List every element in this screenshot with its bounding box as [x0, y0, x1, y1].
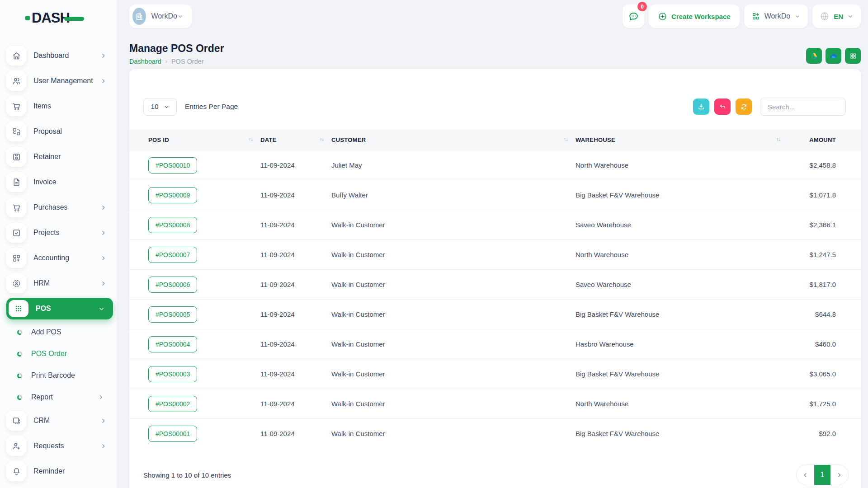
- date-cell: 11-09-2024: [260, 221, 331, 229]
- sidebar-subitem-print-barcode[interactable]: Print Barcode: [0, 365, 117, 386]
- date-cell: 11-09-2024: [260, 191, 331, 199]
- messages-button[interactable]: 0: [623, 5, 644, 28]
- previous-page-button[interactable]: [797, 465, 814, 485]
- chevron-right-icon: ›: [165, 58, 167, 65]
- reset-button[interactable]: [714, 99, 731, 115]
- column-header-warehouse[interactable]: WAREHOUSE: [576, 136, 788, 143]
- home-icon: [6, 46, 26, 66]
- sidebar-item-crm[interactable]: CRM: [0, 408, 117, 433]
- sidebar-item-label: User Management: [33, 77, 100, 85]
- sidebar-subitem-pos-order[interactable]: POS Order: [0, 343, 117, 365]
- column-header-amount[interactable]: AMOUNT: [788, 136, 836, 143]
- column-header-pos-id[interactable]: POS ID: [148, 136, 260, 143]
- chevron-down-icon: [164, 104, 170, 110]
- column-header-date[interactable]: DATE: [260, 136, 331, 143]
- google-drive-button[interactable]: [806, 48, 822, 64]
- building-icon: [132, 8, 146, 25]
- entries-per-page-select[interactable]: 10: [143, 98, 177, 116]
- sidebar-item-user-management[interactable]: User Management: [0, 68, 117, 94]
- submenu-dot-icon: [17, 352, 22, 357]
- table-header-row: POS ID DATE CUSTOMER WAREHOUSE AMOUNT: [129, 129, 861, 150]
- sidebar-item-hrm[interactable]: HRM: [0, 271, 117, 296]
- sidebar-item-accounting[interactable]: Accounting: [0, 245, 117, 271]
- sidebar-item-proposal[interactable]: Proposal: [0, 119, 117, 144]
- warehouse-cell: North Warehouse: [576, 400, 788, 408]
- sidebar-item-dashboard[interactable]: Dashboard: [0, 43, 117, 68]
- table-row: #POS00004 11-09-2024 Walk-in Customer Ha…: [129, 329, 861, 359]
- page-header: Manage POS Order Dashboard › POS Order: [129, 42, 861, 65]
- logo-dash-accent: [64, 17, 84, 21]
- sidebar-item-reminder[interactable]: Reminder: [0, 459, 117, 484]
- submenu-label: Add POS: [31, 328, 104, 336]
- chevron-right-icon: [100, 78, 107, 84]
- submenu-dot-icon: [17, 373, 22, 378]
- sidebar-item-requests[interactable]: Requests: [0, 433, 117, 459]
- pos-id-button[interactable]: #POS00004: [148, 336, 197, 352]
- sidebar-item-invoice[interactable]: Invoice: [0, 169, 117, 195]
- date-cell: 11-09-2024: [260, 400, 331, 408]
- search-input[interactable]: [760, 98, 846, 116]
- next-page-button[interactable]: [830, 465, 848, 485]
- users-icon: [6, 71, 26, 91]
- chevron-down-icon: [177, 13, 184, 19]
- hrm-icon: [6, 273, 26, 293]
- pos-order-table: POS ID DATE CUSTOMER WAREHOUSE AMOUNT: [129, 129, 861, 448]
- dots-grid-icon: [9, 300, 28, 317]
- amount-cell: $644.8: [788, 310, 836, 318]
- chevron-right-icon: [100, 52, 107, 59]
- warehouse-cell: Big Basket F&V Warehouse: [576, 191, 788, 199]
- amount-cell: $460.0: [788, 340, 836, 348]
- sidebar-subitem-add-pos[interactable]: Add POS: [0, 321, 117, 343]
- reload-button[interactable]: [736, 99, 752, 115]
- pos-id-button[interactable]: #POS00006: [148, 277, 197, 293]
- onedrive-button[interactable]: [826, 48, 841, 64]
- column-header-customer[interactable]: CUSTOMER: [331, 136, 576, 143]
- pos-id-button[interactable]: #POS00007: [148, 247, 197, 263]
- notification-badge: 0: [637, 2, 647, 11]
- current-page-button[interactable]: 1: [814, 465, 830, 485]
- sort-icon: [248, 136, 254, 143]
- sidebar-item-projects[interactable]: Projects: [0, 220, 117, 245]
- grid-view-button[interactable]: [845, 48, 861, 64]
- chevron-right-icon: [100, 230, 107, 236]
- download-icon: [697, 103, 705, 111]
- sidebar: DASH Dashboard User Management Items Pro…: [0, 0, 117, 488]
- check-square-icon: [6, 223, 26, 243]
- pos-id-button[interactable]: #POS00003: [148, 366, 197, 382]
- table-controls: 10 Entries Per Page: [129, 69, 861, 116]
- sidebar-item-retainer[interactable]: Retainer: [0, 144, 117, 169]
- create-workspace-button[interactable]: Create Workspace: [649, 5, 740, 28]
- warehouse-cell: Saveo Warehouse: [576, 281, 788, 288]
- pos-id-button[interactable]: #POS00005: [148, 306, 197, 323]
- pos-id-button[interactable]: #POS00009: [148, 187, 197, 203]
- sort-icon: [563, 136, 569, 143]
- brand-logo[interactable]: DASH: [25, 8, 84, 28]
- pos-id-button[interactable]: #POS00010: [148, 157, 197, 174]
- warehouse-cell: Big Basket F&V Warehouse: [576, 370, 788, 378]
- sidebar-item-label: Projects: [33, 229, 100, 237]
- breadcrumb-dashboard-link[interactable]: Dashboard: [129, 58, 161, 65]
- customer-cell: Walk-in Customer: [331, 310, 576, 318]
- sidebar-subitem-report[interactable]: Report: [0, 386, 117, 408]
- workdo-menu-button[interactable]: WorkDo: [744, 5, 808, 28]
- warehouse-cell: Big Basket F&V Warehouse: [576, 430, 788, 437]
- sidebar-item-purchases[interactable]: Purchases: [0, 195, 117, 220]
- retainer-icon: [6, 147, 26, 167]
- export-button[interactable]: [693, 99, 709, 115]
- sidebar-item-pos-active[interactable]: POS: [0, 296, 117, 321]
- date-cell: 11-09-2024: [260, 251, 331, 258]
- customer-cell: Juliet May: [331, 161, 576, 169]
- plus-circle-icon: [658, 12, 667, 21]
- sort-icon: [775, 136, 782, 143]
- pos-id-button[interactable]: #POS00002: [148, 396, 197, 412]
- sidebar-item-items[interactable]: Items: [0, 94, 117, 119]
- pos-id-button[interactable]: #POS00008: [148, 217, 197, 233]
- workspace-selector[interactable]: WorkDo: [129, 5, 192, 28]
- proposal-icon: [6, 122, 26, 141]
- submenu-dot-icon: [17, 395, 22, 400]
- chevron-down-icon: [794, 13, 801, 19]
- page-actions: [806, 48, 861, 64]
- workdo-menu-label: WorkDo: [764, 12, 791, 20]
- pos-id-button[interactable]: #POS00001: [148, 426, 197, 442]
- language-selector[interactable]: EN: [812, 5, 861, 28]
